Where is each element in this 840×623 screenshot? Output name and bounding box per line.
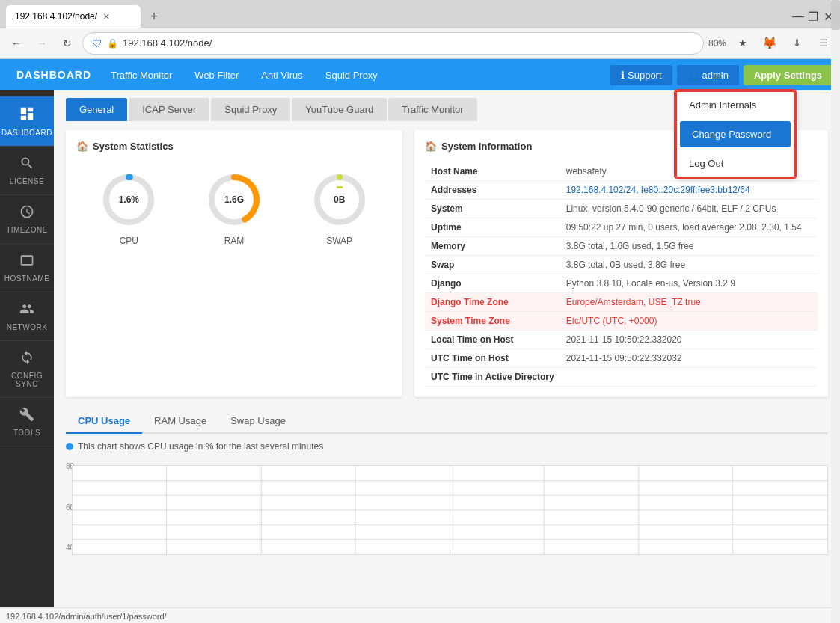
system-stats-title: 🏠 System Statistics [76,141,392,152]
info-value: 192.168.4.102/24, fe80::20c:29ff:fee3:bb… [560,181,818,200]
table-row: Local Time on Host 2021-11-15 10:50:22.3… [425,331,818,349]
tab-ram-usage[interactable]: RAM Usage [142,409,218,432]
swap-value: 0B [334,194,345,205]
nav-web-filter[interactable]: Web Filter [184,64,249,87]
nav-anti-virus[interactable]: Anti Virus [251,64,313,87]
sidebar-item-timezone[interactable]: TIMEZONE [0,195,54,244]
table-row: UTC Time on Host 2021-11-15 09:50:22.332… [425,349,818,368]
tools-icon [19,407,34,426]
downloads-button[interactable]: ⇓ [786,33,807,54]
minimize-button[interactable]: — [792,10,804,22]
system-info-table: Host Name websafety Addresses 192.168.4.… [425,162,818,387]
info-label: Local Time on Host [425,331,560,349]
scrollbar[interactable] [831,90,840,607]
sidebar-config-sync-label: CONFIG SYNC [3,372,51,388]
table-row: Swap 3.8G total, 0B used, 3.8G free [425,256,818,274]
sidebar-network-label: NETWORK [7,323,48,331]
info-label: Addresses [425,181,560,200]
sidebar: DASHBOARD LICENSE TIMEZONE HOSTNAME [0,90,54,607]
sidebar-item-config-sync[interactable]: CONFIG SYNC [0,341,54,398]
info-value [560,368,818,387]
tab-traffic-monitor[interactable]: Traffic Monitor [388,98,476,121]
url-bar[interactable]: 🛡 🔒 192.168.4.102/node/ [82,32,704,55]
change-password-item[interactable]: Change Password [680,121,791,147]
tab-close-button[interactable]: × [103,10,109,22]
nav-squid-proxy[interactable]: Squid Proxy [315,64,388,87]
firefox-account-icon[interactable]: 🦊 [759,33,780,54]
new-tab-button[interactable]: + [144,6,165,27]
tab-cpu-usage[interactable]: CPU Usage [66,409,142,434]
sidebar-item-tools[interactable]: TOOLS [0,398,54,446]
support-button[interactable]: ℹ Support [610,65,672,85]
ram-stat: 1.6G RAM [204,170,264,246]
tab-general[interactable]: General [66,98,127,121]
user-icon: 👤 [687,70,699,81]
tab-youtube-guard[interactable]: YouTube Guard [292,98,387,121]
hostname-icon [19,253,34,271]
sidebar-hostname-label: HOSTNAME [4,274,50,283]
info-value: 09:50:22 up 27 min, 0 users, load averag… [560,218,818,237]
info-icon: ℹ [621,70,625,81]
sidebar-item-license[interactable]: LICENSE [0,147,54,195]
ram-label: RAM [224,236,245,246]
bookmark-button[interactable]: ★ [732,33,753,54]
info-label: Uptime [425,218,560,237]
chart-area [72,465,828,555]
info-label: UTC Time in Active Directory [425,368,560,387]
sidebar-item-dashboard[interactable]: DASHBOARD [0,96,54,147]
reload-button[interactable]: ↻ [57,33,78,54]
ram-value: 1.6G [224,194,244,205]
info-label: System Time Zone [425,312,560,331]
sidebar-item-network[interactable]: NETWORK [0,292,54,341]
table-row: Addresses 192.168.4.102/24, fe80::20c:29… [425,181,818,200]
home-icon-2: 🏠 [425,141,437,152]
apply-settings-button[interactable]: Apply Settings [744,65,833,85]
table-row: Memory 3.8G total, 1.6G used, 1.5G free [425,237,818,256]
svg-rect-6 [337,186,343,188]
table-row: Uptime 09:50:22 up 27 min, 0 users, load… [425,218,818,237]
sidebar-timezone-label: TIMEZONE [6,226,48,234]
table-row: UTC Time in Active Directory [425,368,818,387]
status-bar: 192.168.4.102/admin/auth/user/1/password… [0,607,840,623]
admin-dropdown-menu: Admin Internals Change Password Log Out [675,90,795,178]
table-row-warning: Django Time Zone Europe/Amsterdam, USE_T… [425,293,818,312]
dashboard-logo: DASHBOARD [7,69,100,81]
info-value: Linux, version 5.4.0-90-generic / 64bit,… [560,200,818,218]
top-navigation: DASHBOARD Traffic Monitor Web Filter Ant… [0,59,840,90]
cpu-value: 1.6% [119,194,139,205]
usage-tabs: CPU Usage RAM Usage Swap Usage [66,409,828,434]
tab-title: 192.168.4.102/node/ [15,11,97,22]
maximize-button[interactable]: ❐ [807,10,819,22]
cpu-label: CPU [120,236,138,246]
zoom-level: 80% [708,38,726,49]
forward-button[interactable]: → [31,33,52,54]
info-label: Swap [425,256,560,274]
tab-icap-server[interactable]: ICAP Server [129,98,209,121]
info-label: Host Name [425,162,560,181]
info-label: Memory [425,237,560,256]
admin-button[interactable]: 👤 admin [677,65,739,85]
info-label: Django Time Zone [425,293,560,312]
back-button[interactable]: ← [6,33,27,54]
info-value: Europe/Amsterdam, USE_TZ true [560,293,818,312]
home-icon: 🏠 [76,141,88,152]
info-value: Etc/UTC (UTC, +0000) [560,312,818,331]
log-out-item[interactable]: Log Out [677,150,794,177]
cpu-stat: 1.6% CPU [99,170,159,246]
sidebar-dashboard-label: DASHBOARD [1,129,52,137]
admin-internals-item[interactable]: Admin Internals [677,92,794,118]
browser-tab[interactable]: 192.168.4.102/node/ × [6,5,141,28]
swap-donut: 0B [310,170,370,230]
nav-links: Traffic Monitor Web Filter Anti Virus Sq… [100,64,388,87]
shield-icon: 🛡 [92,37,102,49]
tab-swap-usage[interactable]: Swap Usage [218,409,298,432]
nav-traffic-monitor[interactable]: Traffic Monitor [100,64,183,87]
license-icon [19,156,34,174]
sidebar-item-hostname[interactable]: HOSTNAME [0,244,54,292]
usage-section: CPU Usage RAM Usage Swap Usage This char… [66,409,828,555]
status-url: 192.168.4.102/admin/auth/user/1/password… [6,612,167,621]
ram-donut: 1.6G [204,170,264,230]
info-label: UTC Time on Host [425,349,560,368]
tab-squid-proxy[interactable]: Squid Proxy [211,98,290,121]
table-row: System Linux, version 5.4.0-90-generic /… [425,200,818,218]
